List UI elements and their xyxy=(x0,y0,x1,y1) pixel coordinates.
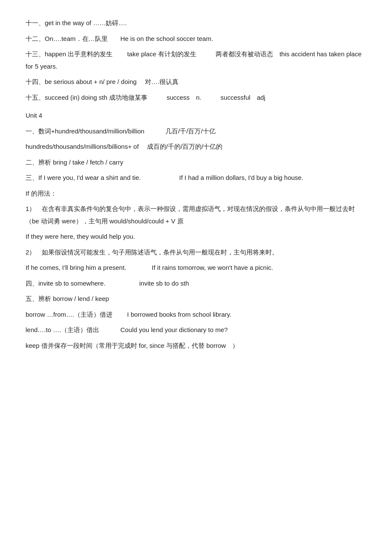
if-usage-2-text: 2） 如果假设情况可能发生，句子用陈述语气，条件从句用一般现在时，主句用将来时。 xyxy=(26,249,278,256)
if-example-1-text: If they were here, they would help you. xyxy=(26,233,135,240)
borrow-line: borrow …from….（主语）借进 I borrowed books fr… xyxy=(26,309,366,321)
unit4-label: Unit 4 xyxy=(26,112,42,119)
keep-line-text: keep 借并保存一段时间（常用于完成时 for, since 与搭配，代替 b… xyxy=(26,342,239,349)
unit4-line4: 三、If I were you, I'd wear a shirt and ti… xyxy=(26,172,366,184)
line-14: 十四、be serious about + n/ pre / doing 对….… xyxy=(26,76,366,88)
borrow-heading-text: 五、辨析 borrow / lend / keep xyxy=(26,295,109,302)
if-usage-1-text: 1） 在含有非真实条件句的复合句中，表示一种假设，需用虚拟语气，对现在情况的假设… xyxy=(26,205,355,225)
line-11: 十一、get in the way of ……妨碍…. xyxy=(26,17,366,29)
line-13: 十三、happen 出乎意料的发生 take place 有计划的发生 两者都没… xyxy=(26,48,366,72)
borrow-heading: 五、辨析 borrow / lend / keep xyxy=(26,293,366,305)
main-content: 十一、get in the way of ……妨碍…. 十二、On….team．… xyxy=(26,17,366,352)
line-11-text: 十一、get in the way of ……妨碍…. xyxy=(26,19,127,26)
unit4-line3: 二、辨析 bring / take / fetch / carry xyxy=(26,156,366,169)
invite-line: 四、invite sb to somewhere. invite sb to d… xyxy=(26,278,366,290)
unit4-heading: Unit 4 xyxy=(26,110,366,122)
if-usage-1: 1） 在含有非真实条件句的复合句中，表示一种假设，需用虚拟语气，对现在情况的假设… xyxy=(26,203,366,227)
if-usage-2: 2） 如果假设情况可能发生，句子用陈述语气，条件从句用一般现在时，主句用将来时。 xyxy=(26,246,366,259)
if-usage-heading: If 的用法： xyxy=(26,188,366,200)
line-12: 十二、On….team．在…队里 He is on the school soc… xyxy=(26,33,366,45)
unit4-line2-text: hundreds/thousands/millions/billions+ of… xyxy=(26,143,222,150)
lend-line: lend….to ….（主语）借出 Could you lend your di… xyxy=(26,324,366,336)
unit4-line1: 一、数词+hundred/thousand/million/billion 几百… xyxy=(26,125,366,138)
lend-line-text: lend….to ….（主语）借出 Could you lend your di… xyxy=(26,326,228,333)
borrow-line-text: borrow …from….（主语）借进 I borrowed books fr… xyxy=(26,311,231,318)
unit4-line4-text: 三、If I were you, I'd wear a shirt and ti… xyxy=(26,174,303,181)
line-15: 十五、succeed (in) doing sth 成功地做某事 success… xyxy=(26,92,366,104)
line-15-text: 十五、succeed (in) doing sth 成功地做某事 success… xyxy=(26,94,265,101)
unit4-line1-text: 一、数词+hundred/thousand/million/billion 几百… xyxy=(26,127,216,135)
line-14-text: 十四、be serious about + n/ pre / doing 对….… xyxy=(26,78,179,85)
invite-line-text: 四、invite sb to somewhere. invite sb to d… xyxy=(26,280,189,287)
unit4-line3-text: 二、辨析 bring / take / fetch / carry xyxy=(26,159,123,166)
line-13-text: 十三、happen 出乎意料的发生 take place 有计划的发生 两者都没… xyxy=(26,50,362,70)
line-12-text: 十二、On….team．在…队里 He is on the school soc… xyxy=(26,35,213,42)
if-example-2-text: If he comes, I'll bring him a present. I… xyxy=(26,264,273,271)
if-example-1: If they were here, they would help you. xyxy=(26,231,366,243)
if-usage-label: If 的用法： xyxy=(26,190,57,197)
unit4-line2: hundreds/thousands/millions/billions+ of… xyxy=(26,141,366,153)
keep-line: keep 借并保存一段时间（常用于完成时 for, since 与搭配，代替 b… xyxy=(26,340,366,352)
if-example-2: If he comes, I'll bring him a present. I… xyxy=(26,262,366,274)
